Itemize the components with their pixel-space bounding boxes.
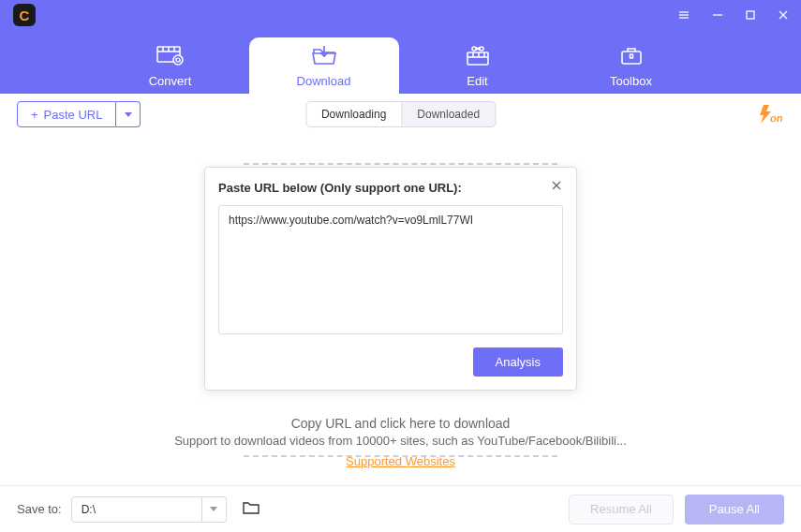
svg-rect-24 <box>630 54 632 58</box>
tab-label: Toolbox <box>610 74 652 88</box>
svg-text:on: on <box>770 112 783 124</box>
tab-convert[interactable]: Convert <box>96 37 245 94</box>
tab-edit[interactable]: Edit <box>403 37 553 94</box>
minimize-icon[interactable] <box>711 8 724 22</box>
close-icon[interactable] <box>777 8 790 22</box>
tab-label: Edit <box>467 74 487 88</box>
analysis-button[interactable]: Analysis <box>473 347 563 377</box>
footer: Save to: D:\ Resume All Pause All <box>0 485 801 532</box>
tab-label: Download <box>297 74 351 88</box>
convert-icon <box>156 44 185 70</box>
drop-hint-text: Copy URL and click here to download <box>0 416 801 431</box>
tab-download[interactable]: Download <box>249 37 399 94</box>
paste-url-dropdown[interactable] <box>116 101 141 127</box>
acceleration-badge[interactable]: on <box>756 103 784 126</box>
app-logo: C <box>13 4 36 26</box>
paste-url-dialog: Paste URL below (Only support one URL): … <box>204 167 577 391</box>
paste-url-button[interactable]: + Paste URL <box>17 101 116 127</box>
titlebar <box>0 0 801 21</box>
edit-icon <box>465 44 491 70</box>
dialog-title: Paste URL below (Only support one URL): <box>218 181 462 195</box>
supported-websites-link[interactable]: Supported Websites <box>0 454 801 468</box>
segment-downloading[interactable]: Downloading <box>306 102 402 126</box>
toolbar: + Paste URL Downloading Downloaded on <box>0 94 801 135</box>
support-text: Support to download videos from 10000+ s… <box>0 434 801 448</box>
main-tabs: Convert Download Edit Toolbox <box>0 21 801 94</box>
svg-point-19 <box>472 47 476 51</box>
maximize-icon[interactable] <box>745 9 756 21</box>
folder-icon <box>242 500 260 515</box>
chevron-down-icon <box>125 112 132 117</box>
svg-rect-4 <box>747 11 754 19</box>
segment-downloaded[interactable]: Downloaded <box>402 102 495 126</box>
save-to-label: Save to: <box>17 502 62 516</box>
download-status-segment: Downloading Downloaded <box>305 101 496 127</box>
paste-url-label: Paste URL <box>44 108 103 122</box>
plus-icon: + <box>31 108 38 122</box>
save-path-field[interactable]: D:\ <box>71 496 202 523</box>
toolbox-icon <box>618 44 645 70</box>
dialog-close-button[interactable] <box>550 179 563 196</box>
download-icon <box>311 44 337 70</box>
chevron-down-icon <box>210 507 217 511</box>
tab-toolbox[interactable]: Toolbox <box>556 37 706 94</box>
resume-all-button[interactable]: Resume All <box>569 495 674 525</box>
open-folder-button[interactable] <box>242 500 260 519</box>
tab-label: Convert <box>149 74 192 88</box>
svg-point-12 <box>173 55 183 65</box>
pause-all-button[interactable]: Pause All <box>685 495 784 525</box>
menu-icon[interactable] <box>677 8 690 22</box>
save-path-dropdown[interactable] <box>202 496 227 523</box>
url-input[interactable]: https://www.youtube.com/watch?v=vo9LmlL7… <box>218 205 563 334</box>
svg-point-20 <box>480 47 483 51</box>
close-icon <box>550 179 563 192</box>
